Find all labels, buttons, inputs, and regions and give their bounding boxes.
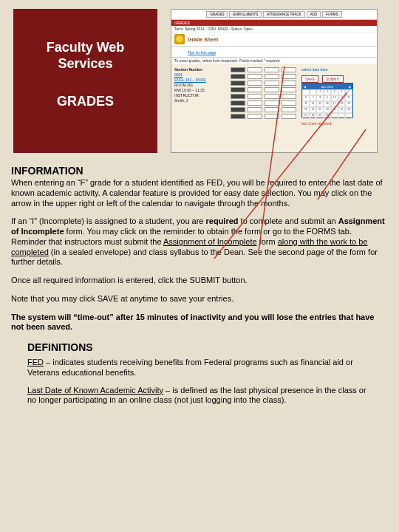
ss-gradesheet-header: Grade Sheet xyxy=(171,33,377,47)
content-body: INFORMATION When entering an “F” grade f… xyxy=(0,153,399,406)
title-block: Faculty WebServices GRADES xyxy=(13,9,157,153)
info-p2: If an “I” (Incomplete) is assigned to a … xyxy=(11,216,388,267)
def-fed: FED – indicates students receiving benef… xyxy=(27,358,372,378)
ss-tab: GRADES xyxy=(206,11,228,18)
ss-tab: ATTENDANCE TRACK xyxy=(263,11,305,18)
ss-grade-grid xyxy=(231,67,297,153)
def-lastdate: Last Date of Known Academic Activity – i… xyxy=(27,386,372,406)
ss-tab: ADD xyxy=(307,11,321,18)
cal-prev-icon: ◀ xyxy=(304,85,306,89)
definitions-heading: DEFINITIONS xyxy=(27,341,372,353)
information-heading: INFORMATION xyxy=(11,165,388,177)
info-p5: The system will “time-out” after 15 minu… xyxy=(11,313,388,333)
required-label: last 3 are required xyxy=(301,121,374,126)
ss-meta-row: Term: Spring 2014 · CRN: 65432 · Status:… xyxy=(171,26,377,33)
info-p1: When entering an “F” grade for a student… xyxy=(11,178,388,208)
ss-note-row: To enter grades, select from dropdown. F… xyxy=(171,58,377,64)
info-p3: Once all required information is entered… xyxy=(11,276,388,286)
title-line1: Faculty WebServices xyxy=(47,40,125,72)
ss-right-panel: select date here SAVE SUBMIT ◀ Apr 2014 … xyxy=(301,67,374,153)
ss-tab: ENROLLMENTS xyxy=(229,11,262,18)
ss-section-info: Section Number 0001 ENGL 101 – 65432 ROO… xyxy=(174,67,226,153)
tips-link: Tips for this page xyxy=(188,50,216,55)
app-screenshot: GRADES ENROLLMENTS ATTENDANCE TRACK ADD … xyxy=(171,9,378,153)
ss-tab: FORMS xyxy=(322,11,341,18)
calendar-widget: ◀ Apr 2014 ▶ 12345 6789101112 1314151617… xyxy=(301,83,353,118)
ss-save-button: SAVE xyxy=(301,75,318,83)
ss-submit-button: SUBMIT xyxy=(322,75,344,83)
ss-tabs: GRADES ENROLLMENTS ATTENDANCE TRACK ADD … xyxy=(171,10,377,20)
star-icon xyxy=(174,34,185,44)
cal-next-icon: ▶ xyxy=(349,85,351,89)
ss-redband: GRADES xyxy=(171,20,377,26)
title-line3: GRADES xyxy=(57,94,114,109)
info-p4: Note that you may click SAVE at anytime … xyxy=(11,294,388,304)
grade-sheet-title: Grade Sheet xyxy=(188,37,218,42)
